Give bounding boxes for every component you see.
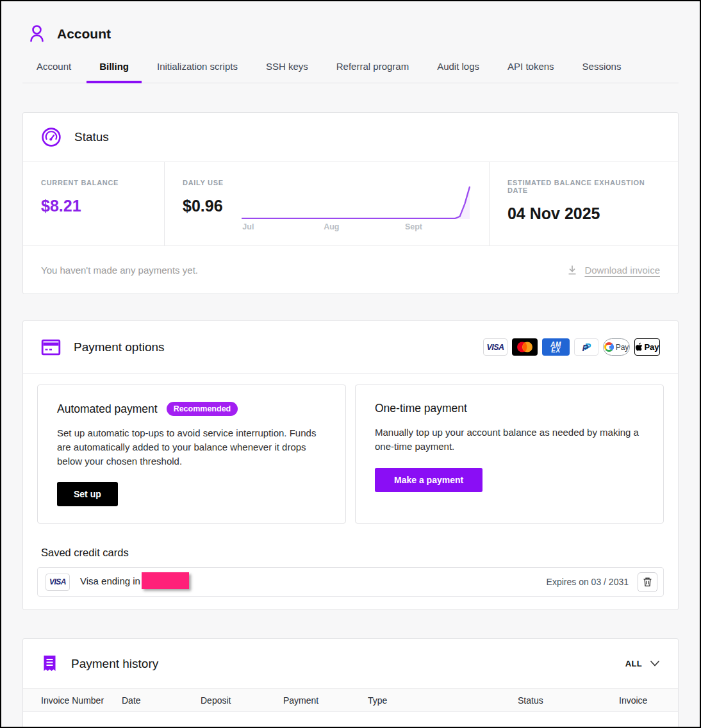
tab-billing[interactable]: Billing — [99, 61, 129, 83]
google-pay-logo: Pay — [603, 338, 630, 356]
sparkline-area — [242, 186, 470, 219]
mastercard-logo — [512, 338, 538, 356]
current-balance-label: CURRENT BALANCE — [41, 179, 151, 186]
col-invoice-number: Invoice Number — [41, 695, 122, 706]
chevron-down-icon — [650, 660, 660, 667]
credit-card-icon — [41, 338, 61, 356]
recommended-badge: Recommended — [167, 402, 238, 416]
col-date: Date — [122, 695, 201, 706]
exhaustion-date-value: 04 Nov 2025 — [507, 204, 665, 223]
payment-option-boxes: Automated payment Recommended Set up aut… — [23, 374, 678, 524]
col-payment: Payment — [283, 695, 368, 706]
tab-ssh-keys[interactable]: SSH keys — [266, 61, 308, 83]
amex-logo-bottom: EX — [551, 347, 560, 353]
sparkline-svg — [240, 181, 472, 222]
automated-payment-title: Automated payment — [57, 402, 158, 416]
daily-use-label: DAILY USE — [183, 179, 224, 186]
current-balance-stat: CURRENT BALANCE $8.21 — [23, 162, 164, 245]
daily-use-value-block: DAILY USE $0.96 — [183, 179, 224, 233]
set-up-button[interactable]: Set up — [57, 482, 118, 506]
daily-use-value: $0.96 — [183, 197, 224, 215]
page-header: Account — [1, 1, 700, 44]
account-person-icon — [27, 23, 47, 44]
one-time-payment-title: One-time payment — [375, 402, 467, 415]
saved-card-row: VISA Visa ending in Expires on 03 / 2031 — [37, 567, 664, 597]
account-tabs: Account Billing Initialization scripts S… — [22, 61, 679, 83]
trash-icon — [643, 577, 652, 587]
sparkline-ticks: Jul Aug Sept — [240, 222, 472, 233]
payment-options-card: Payment options VISA AM EX P — [22, 320, 679, 610]
payment-options-title: Payment options — [74, 340, 165, 354]
apple-icon — [635, 342, 643, 352]
page-title: Account — [57, 26, 111, 42]
history-filter-value: ALL — [625, 659, 642, 668]
status-card-title: Status — [74, 130, 109, 144]
payment-history-title: Payment history — [71, 657, 158, 671]
status-card-footer: You haven't made any payments yet. Downl… — [23, 246, 678, 294]
download-invoice-label: Download invoice — [584, 265, 660, 276]
visa-card-badge: VISA — [45, 574, 70, 591]
tab-audit-logs[interactable]: Audit logs — [437, 61, 479, 83]
no-payments-note: You haven't made any payments yet. — [41, 265, 198, 276]
saved-card-label: Visa ending in — [80, 575, 140, 586]
status-card-header: Status — [23, 113, 678, 162]
receipt-icon — [41, 654, 58, 674]
delete-card-button[interactable] — [638, 572, 657, 592]
col-invoice: Invoice — [619, 695, 660, 706]
col-status: Status — [518, 695, 619, 706]
card-number-redaction — [142, 572, 189, 589]
payment-history-header: Payment history ALL — [23, 639, 678, 689]
history-table-header: Invoice Number Date Deposit Payment Type… — [23, 689, 678, 712]
saved-card-expiry: Expires on 03 / 2031 — [547, 577, 629, 587]
tab-sessions[interactable]: Sessions — [582, 61, 622, 83]
tick-jul: Jul — [242, 222, 254, 231]
daily-use-sparkline: Jul Aug Sept — [240, 181, 472, 233]
tab-initialization-scripts[interactable]: Initialization scripts — [157, 61, 238, 83]
visa-logo: VISA — [483, 338, 507, 356]
history-filter-dropdown[interactable]: ALL — [625, 659, 660, 668]
tick-aug: Aug — [324, 222, 339, 231]
google-pay-label: Pay — [616, 343, 629, 352]
exhaustion-date-label: ESTIMATED BALANCE EXHAUSTION DATE — [507, 179, 665, 194]
apple-pay-logo: Pay — [634, 338, 660, 356]
current-balance-value: $8.21 — [41, 197, 151, 215]
download-icon — [566, 264, 578, 276]
apple-pay-label: Pay — [644, 342, 659, 352]
payment-logo-row: VISA AM EX P P — [483, 338, 660, 356]
daily-use-stat: DAILY USE $0.96 Jul Aug Sept — [165, 162, 489, 245]
tab-account[interactable]: Account — [37, 61, 71, 83]
make-a-payment-button[interactable]: Make a payment — [375, 468, 482, 492]
sparkline-line — [242, 186, 470, 219]
gauge-icon — [41, 127, 62, 147]
col-deposit: Deposit — [201, 695, 283, 706]
one-time-payment-box: One-time payment Manually top up your ac… — [355, 385, 664, 524]
exhaustion-date-stat: ESTIMATED BALANCE EXHAUSTION DATE 04 Nov… — [490, 162, 678, 245]
billing-page: Account Account Billing Initialization s… — [0, 0, 701, 728]
payment-history-card: Payment history ALL Invoice Number Date … — [22, 638, 679, 728]
saved-credit-cards-heading: Saved credit cards — [23, 524, 678, 567]
tick-sept: Sept — [405, 222, 422, 231]
amex-logo: AM EX — [542, 338, 570, 356]
col-type: Type — [368, 695, 518, 706]
automated-payment-box: Automated payment Recommended Set up aut… — [37, 385, 346, 524]
paypal-logo: P P — [574, 338, 598, 356]
status-card: Status CURRENT BALANCE $8.21 DAILY USE $… — [22, 112, 679, 294]
payment-options-header: Payment options VISA AM EX P — [23, 321, 678, 374]
automated-payment-description: Set up automatic top-ups to avoid servic… — [57, 426, 326, 468]
tab-referral-program[interactable]: Referral program — [336, 61, 409, 83]
svg-text:P: P — [582, 342, 590, 353]
saved-card-text: Visa ending in — [80, 575, 189, 589]
one-time-payment-description: Manually top up your account balance as … — [375, 426, 644, 454]
google-g-icon — [604, 342, 614, 352]
tab-api-tokens[interactable]: API tokens — [507, 61, 554, 83]
download-invoice-button[interactable]: Download invoice — [566, 264, 660, 276]
status-stats-row: CURRENT BALANCE $8.21 DAILY USE $0.96 Ju… — [23, 162, 678, 246]
